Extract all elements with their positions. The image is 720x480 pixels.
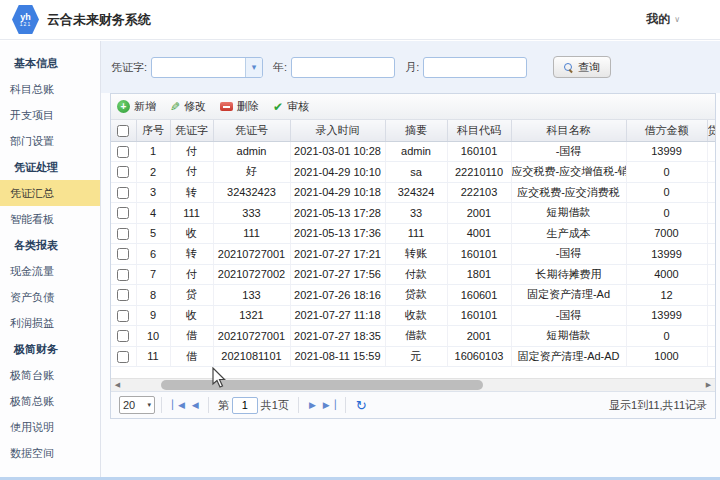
table-row[interactable]: 6转202107270012021-07-27 17:21转账160101-国得…	[111, 244, 716, 265]
check-button[interactable]: 审核	[273, 99, 309, 114]
sidebar-item[interactable]: 极简总账	[0, 388, 100, 414]
page-number-input[interactable]	[232, 397, 258, 414]
table-row[interactable]: 5收1112021-05-13 17:361114001生产成本7000	[111, 223, 716, 244]
table-cell	[707, 285, 716, 306]
sidebar-section[interactable]: 凭证处理	[0, 154, 100, 180]
sidebar-item[interactable]: 开支项目	[0, 102, 100, 128]
search-icon	[564, 63, 573, 72]
sidebar-item[interactable]: 数据空间	[0, 440, 100, 466]
table-cell: 160101	[447, 305, 511, 326]
table-cell	[707, 203, 716, 224]
refresh-icon[interactable]: ↻	[356, 398, 367, 413]
toolbar-button-label: 修改	[184, 99, 206, 114]
table-row[interactable]: 7付202107270022021-07-27 17:56付款1801长期待摊费…	[111, 264, 716, 285]
column-header[interactable]: 借方金额	[626, 120, 707, 141]
first-page-button[interactable]: ▏◀	[172, 400, 184, 410]
table-cell: 32432423	[213, 182, 290, 203]
column-header[interactable]: 凭证字	[170, 120, 213, 141]
table-row[interactable]: 11借20210811012021-08-11 15:59元16060103固定…	[111, 346, 716, 367]
voucher-table: 序号凭证字凭证号录入时间摘要科目代码科目名称借方金额贷方金额 1付admin20…	[111, 120, 716, 367]
chevron-down-icon: ∨	[674, 15, 680, 24]
select-all-checkbox[interactable]	[117, 125, 129, 137]
row-checkbox[interactable]	[117, 248, 129, 260]
last-page-button[interactable]: ▶▕	[323, 400, 335, 410]
sidebar-section[interactable]: 极简财务	[0, 336, 100, 362]
sidebar-section[interactable]: 基本信息	[0, 50, 100, 76]
next-page-button[interactable]: ▶	[309, 400, 315, 410]
column-header[interactable]: 贷方金额	[707, 120, 716, 141]
delete-button[interactable]: 删除	[220, 99, 259, 114]
user-menu-label: 我的	[646, 11, 670, 28]
table-cell: 付	[170, 162, 213, 183]
sidebar-item[interactable]: 科目总账	[0, 76, 100, 102]
row-checkbox[interactable]	[117, 330, 129, 342]
sidebar-item[interactable]: 部门设置	[0, 128, 100, 154]
edit-button[interactable]: 修改	[170, 99, 206, 114]
datagrid-toolbar: 新增修改删除审核	[111, 94, 715, 120]
column-header[interactable]: 凭证号	[213, 120, 290, 141]
table-row[interactable]: 8贷1332021-07-26 18:16贷款160601固定资产清理-Ad12	[111, 285, 716, 306]
filter-bar: 凭证字: ▾ 年: 月: 查询	[101, 41, 720, 93]
scroll-right-arrow-icon[interactable]: ▶	[702, 379, 715, 391]
table-cell: 0	[626, 182, 707, 203]
column-header[interactable]: 科目名称	[511, 120, 626, 141]
page-total-label: 共1页	[261, 398, 289, 413]
table-row[interactable]: 10借202107270012021-07-27 18:35借款2001短期借款…	[111, 326, 716, 347]
sidebar-item[interactable]: 极简台账	[0, 362, 100, 388]
table-row[interactable]: 41113332021-05-13 17:28332001短期借款0	[111, 203, 716, 224]
table-cell: 4	[136, 203, 170, 224]
sidebar-section[interactable]: 各类报表	[0, 232, 100, 258]
column-header[interactable]: 摘要	[385, 120, 447, 141]
row-checkbox[interactable]	[117, 146, 129, 158]
month-input[interactable]	[423, 57, 527, 78]
sidebar-item[interactable]: 资产负债	[0, 284, 100, 310]
row-checkbox[interactable]	[117, 289, 129, 301]
row-checkbox[interactable]	[117, 351, 129, 363]
table-cell: 转账	[385, 244, 447, 265]
voucher-type-select[interactable]: ▾	[151, 57, 263, 78]
table-row[interactable]: 3转324324232021-04-29 10:18324324222103应交…	[111, 182, 716, 203]
table-cell: 7	[136, 264, 170, 285]
table-cell	[707, 223, 716, 244]
year-input[interactable]	[291, 57, 395, 78]
table-cell: 转	[170, 182, 213, 203]
table-cell: 0	[626, 162, 707, 183]
table-cell: 9	[136, 305, 170, 326]
row-checkbox[interactable]	[117, 187, 129, 199]
column-header[interactable]: 序号	[136, 120, 170, 141]
scroll-left-arrow-icon[interactable]: ◀	[111, 379, 124, 391]
table-cell: admin	[385, 141, 447, 162]
scrollbar-thumb[interactable]	[161, 380, 483, 390]
row-checkbox[interactable]	[117, 310, 129, 322]
table-row[interactable]: 1付admin2021-03-01 10:28admin160101-国得139…	[111, 141, 716, 162]
search-button[interactable]: 查询	[553, 56, 611, 78]
sidebar-item[interactable]: 智能看板	[0, 206, 100, 232]
user-menu[interactable]: 我的 ∨	[646, 11, 680, 28]
row-checkbox[interactable]	[117, 269, 129, 281]
table-cell: 2021-05-13 17:28	[290, 203, 385, 224]
table-cell: 13999	[626, 141, 707, 162]
table-cell: 2021-05-13 17:36	[290, 223, 385, 244]
prev-page-button[interactable]: ◀	[192, 400, 198, 410]
row-checkbox[interactable]	[117, 166, 129, 178]
row-checkbox[interactable]	[117, 207, 129, 219]
edit-icon	[170, 101, 180, 113]
horizontal-scrollbar[interactable]: ◀ ▶	[111, 378, 715, 391]
sidebar-item[interactable]: 利润损益	[0, 310, 100, 336]
column-header[interactable]: 科目代码	[447, 120, 511, 141]
table-cell: 133	[213, 285, 290, 306]
table-cell: 付	[170, 141, 213, 162]
table-cell: 222103	[447, 182, 511, 203]
row-checkbox[interactable]	[117, 228, 129, 240]
page-size-select[interactable]: 20 ▾	[119, 396, 155, 414]
table-cell: 33	[385, 203, 447, 224]
sidebar-item[interactable]: 现金流量	[0, 258, 100, 284]
pagination-bar: 20 ▾ ▏◀ ◀ 第 共1页 ▶ ▶▕ ↻ 显示1到11,共11记录	[111, 391, 715, 418]
add-button[interactable]: 新增	[117, 99, 156, 114]
sidebar-item[interactable]: 使用说明	[0, 414, 100, 440]
table-row[interactable]: 2付好2021-04-29 10:10sa22210110应交税费-应交增值税-…	[111, 162, 716, 183]
column-header[interactable]: 录入时间	[290, 120, 385, 141]
sidebar-item[interactable]: 凭证汇总	[0, 180, 100, 206]
table-row[interactable]: 9收13212021-07-27 11:18收款160101-国得13999	[111, 305, 716, 326]
chevron-down-icon[interactable]: ▾	[245, 58, 262, 77]
